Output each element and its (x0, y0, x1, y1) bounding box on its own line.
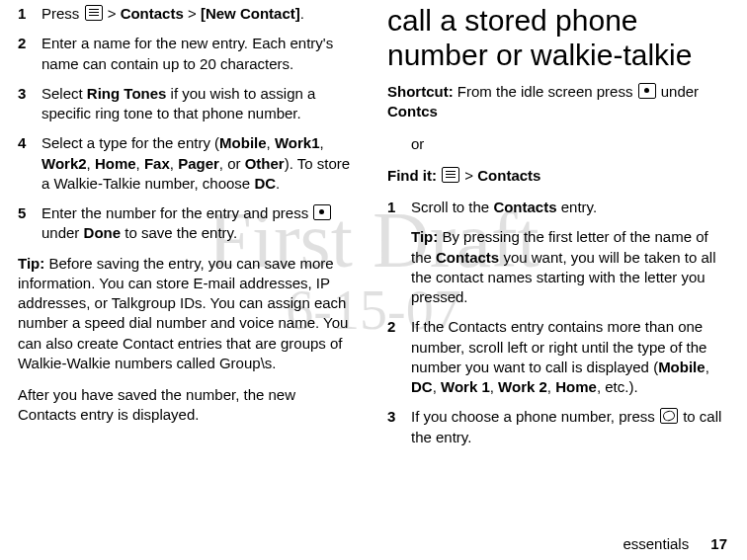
step-body: Select Ring Tones if you wish to assign … (42, 84, 354, 124)
step: 3If you choose a phone number, press to … (387, 407, 729, 447)
step-body: Press > Contacts > [New Contact]. (42, 4, 354, 24)
step: 2If the Contacts entry contains more tha… (387, 317, 729, 397)
step: 4Select a type for the entry (Mobile, Wo… (18, 133, 354, 194)
tip-paragraph: Tip: Before saving the entry, you can sa… (18, 254, 354, 374)
tip-label: Tip: (411, 228, 438, 245)
find-it-line: Find it: > Contacts (387, 166, 729, 186)
bold-label: Pager (178, 155, 219, 172)
bold-label: Ring Tones (87, 85, 167, 102)
shortcut-label: Shortcut: (387, 83, 454, 100)
bold-label: Mobile (219, 134, 267, 151)
step-body: Enter a name for the new entry. Each ent… (42, 34, 354, 74)
bold-label: Work1 (275, 134, 320, 151)
step: 1Press > Contacts > [New Contact]. (18, 4, 354, 24)
left-column: 1Press > Contacts > [New Contact].2Enter… (18, 4, 354, 457)
bold-label: Done (84, 224, 122, 241)
step-number: 5 (18, 203, 42, 244)
tip-paragraph: Tip: By pressing the first letter of the… (411, 227, 729, 307)
step: 3Select Ring Tones if you wish to assign… (18, 84, 354, 124)
or-text: or (411, 134, 729, 154)
bold-label: Work 1 (441, 378, 490, 395)
step-body: Select a type for the entry (Mobile, Wor… (42, 133, 354, 194)
send-key-icon (660, 408, 678, 424)
find-it-label: Find it: (387, 167, 437, 184)
step-body: Enter the number for the entry and press… (42, 203, 354, 244)
footer-section: essentials (622, 535, 689, 552)
right-column: call a stored phone number or walkie-tal… (387, 4, 729, 457)
bold-label: Work 2 (498, 378, 547, 395)
bold-label: DC (411, 378, 433, 395)
bold-label: Other (245, 155, 285, 172)
page-columns: 1Press > Contacts > [New Contact].2Enter… (0, 0, 747, 457)
page-footer: essentials 17 (622, 535, 727, 552)
menu-key-icon (442, 167, 459, 183)
footer-page-number: 17 (710, 535, 727, 552)
step-body: If you choose a phone number, press to c… (411, 407, 729, 447)
dot-key-icon (313, 204, 331, 220)
dot-key-icon (638, 83, 656, 99)
bold-label: Fax (144, 155, 170, 172)
after-paragraph: After you have saved the number, the new… (18, 385, 354, 426)
bold-label: Contacts (493, 199, 556, 215)
bold-label: Contacts (436, 249, 499, 266)
bold-label: Contcs (387, 103, 438, 120)
step-number: 3 (18, 84, 42, 124)
tip-label: Tip: (18, 255, 44, 272)
step-number: 4 (18, 133, 42, 194)
bold-label: DC (254, 175, 276, 192)
step-body: If the Contacts entry contains more than… (411, 317, 729, 397)
step: 5Enter the number for the entry and pres… (18, 203, 354, 244)
shortcut-line: Shortcut: From the idle screen press und… (387, 82, 729, 122)
bold-label: Home (555, 378, 597, 395)
step-number: 2 (387, 317, 411, 397)
bold-label: Home (95, 155, 136, 172)
step-number: 2 (18, 34, 42, 74)
step-number: 1 (387, 198, 411, 217)
menu-key-icon (85, 5, 103, 21)
section-title: call a stored phone number or walkie-tal… (387, 4, 729, 72)
bold-label: Contacts (121, 5, 184, 22)
bold-label: Contacts (477, 167, 540, 184)
step: 1Scroll to the Contacts entry. (387, 198, 729, 217)
step-body: Scroll to the Contacts entry. (411, 198, 729, 217)
step: 2Enter a name for the new entry. Each en… (18, 34, 354, 74)
step-number: 3 (387, 407, 411, 447)
step-number: 1 (18, 4, 42, 24)
bold-label: [New Contact] (201, 5, 300, 22)
bold-label: Mobile (658, 359, 706, 375)
bold-label: Work2 (42, 155, 87, 172)
